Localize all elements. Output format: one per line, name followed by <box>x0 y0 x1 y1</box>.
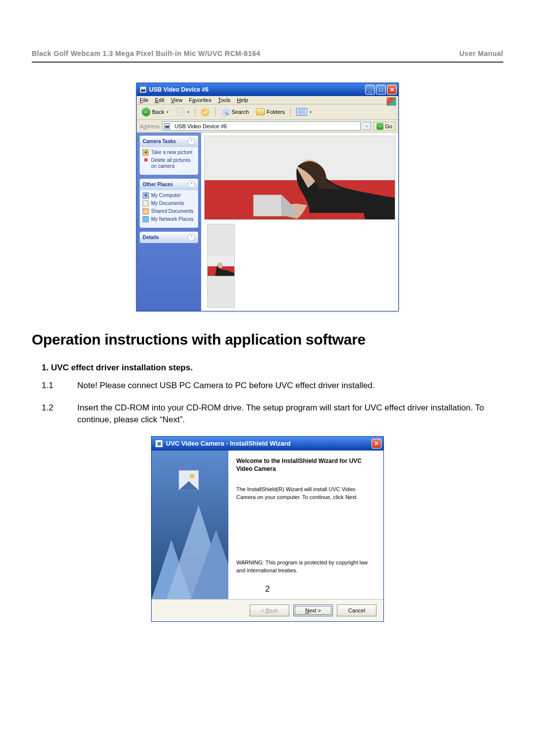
page-number: 2 <box>0 585 535 594</box>
network-places-link[interactable]: 🌐My Network Places <box>143 216 195 222</box>
explorer-screenshot: 📷 USB Video Device #6 _ □ ✕ File Edit Vi… <box>32 83 503 311</box>
menu-edit[interactable]: Edit <box>155 97 164 103</box>
menu-favorites[interactable]: Favorites <box>189 97 211 103</box>
camera-tasks-pane: Camera Tasks˄ ◉Take a new picture ✖Delet… <box>140 136 198 175</box>
close-button[interactable]: ✕ <box>372 439 381 449</box>
camera-icon: 📷 <box>164 123 170 129</box>
menu-help[interactable]: Help <box>237 97 248 103</box>
camera-preview <box>204 136 395 220</box>
wizard-content: Welcome to the InstallShield Wizard for … <box>228 451 383 599</box>
computer-icon: 🖥 <box>143 193 149 199</box>
chevron-down-icon: ▾ <box>187 110 189 114</box>
installshield-wizard: ▣ UVC Video Camera - InstallShield Wizar… <box>151 436 384 622</box>
network-icon: 🌐 <box>143 216 149 222</box>
content-area <box>201 133 398 311</box>
svg-rect-4 <box>253 195 281 216</box>
windows-flag-icon <box>386 97 396 106</box>
wizard-heading: Welcome to the InstallShield Wizard for … <box>236 457 375 473</box>
my-computer-link[interactable]: 🖥My Computer <box>143 193 195 199</box>
chevron-down-icon: ▾ <box>310 110 312 114</box>
wizard-sidebar-image <box>152 451 228 599</box>
back-button: < Back <box>250 605 289 616</box>
cancel-button[interactable]: Cancel <box>337 605 376 616</box>
chevron-down-icon: ▾ <box>166 110 168 114</box>
take-picture-link[interactable]: ◉Take a new picture <box>143 150 195 155</box>
folder-up-icon: 📁 <box>201 107 210 116</box>
menu-file[interactable]: File <box>140 97 149 103</box>
header-right: User Manual <box>459 50 503 57</box>
address-bar: Address 📷 USB Video Device #6 v → Go <box>137 120 398 133</box>
menubar: File Edit View Favorites Tools Help <box>137 96 398 104</box>
expand-icon[interactable]: ˅ <box>188 234 195 241</box>
task-sidebar: Camera Tasks˄ ◉Take a new picture ✖Delet… <box>137 133 201 311</box>
close-button[interactable]: ✕ <box>387 85 397 95</box>
wizard-body-text: The InstallShield(R) Wizard will install… <box>236 486 375 501</box>
step-1-2: 1.2Insert the CD-ROM into your CD-ROM dr… <box>59 402 503 426</box>
svg-point-15 <box>190 474 195 479</box>
camera-icon: 📷 <box>140 86 147 93</box>
thumbnail[interactable] <box>207 224 235 308</box>
shared-documents-link[interactable]: 📁Shared Documents <box>143 208 195 214</box>
forward-icon: → <box>176 107 185 116</box>
collapse-icon[interactable]: ˄ <box>188 181 195 188</box>
back-button[interactable]: ← Back ▾ <box>140 106 170 117</box>
other-places-pane: Other Places˄ 🖥My Computer 📄My Documents… <box>140 179 198 228</box>
shared-folder-icon: 📁 <box>143 208 149 214</box>
documents-icon: 📄 <box>143 201 149 206</box>
wizard-titlebar[interactable]: ▣ UVC Video Camera - InstallShield Wizar… <box>152 437 383 451</box>
toolbar: ← Back ▾ → ▾ 📁 🔍 Search Folders ▾ <box>137 104 398 120</box>
wizard-footer: < Back Next > Cancel <box>152 599 383 621</box>
wizard-warning: WARNING: This program is protected by co… <box>236 559 375 574</box>
search-button[interactable]: 🔍 Search <box>219 106 251 117</box>
minimize-button[interactable]: _ <box>365 85 375 95</box>
folders-button[interactable]: Folders <box>254 107 287 116</box>
section-heading: Operation instructions with application … <box>32 331 503 348</box>
delete-icon: ✖ <box>143 157 149 163</box>
step-1-1: 1.1Note! Please connect USB PC Camera to… <box>59 380 503 392</box>
menu-view[interactable]: View <box>171 97 183 103</box>
back-icon: ← <box>142 107 151 116</box>
collapse-icon[interactable]: ˄ <box>188 138 195 145</box>
next-button[interactable]: Next > <box>293 605 333 616</box>
go-icon: → <box>376 123 383 130</box>
details-pane: Details˅ <box>140 232 198 243</box>
header-rule <box>32 61 503 63</box>
document-header: Black Golf Webcam 1.3 Mega Pixel Built-i… <box>32 50 503 57</box>
address-dropdown[interactable]: v <box>363 122 371 130</box>
xp-titlebar[interactable]: 📷 USB Video Device #6 _ □ ✕ <box>137 83 398 96</box>
wizard-screenshot: ▣ UVC Video Camera - InstallShield Wizar… <box>32 436 503 622</box>
my-documents-link[interactable]: 📄My Documents <box>143 201 195 206</box>
camera-icon: ◉ <box>143 150 149 155</box>
step-1-title: 1. UVC effect driver installation steps. <box>42 363 503 373</box>
views-button[interactable]: ▾ <box>294 107 314 117</box>
forward-button[interactable]: → ▾ <box>174 106 191 117</box>
views-icon <box>296 108 307 116</box>
header-left: Black Golf Webcam 1.3 Mega Pixel Built-i… <box>32 50 261 57</box>
go-button[interactable]: → Go <box>374 122 395 131</box>
xp-window: 📷 USB Video Device #6 _ □ ✕ File Edit Vi… <box>136 83 399 311</box>
window-title: USB Video Device #6 <box>149 86 365 93</box>
address-label: Address <box>140 123 160 129</box>
installer-icon: ▣ <box>155 440 163 448</box>
up-button[interactable]: 📁 <box>199 106 212 117</box>
menu-tools[interactable]: Tools <box>218 97 231 103</box>
folders-icon <box>256 108 265 115</box>
search-icon: 🔍 <box>221 107 230 116</box>
address-field[interactable]: 📷 USB Video Device #6 <box>162 121 361 131</box>
maximize-button[interactable]: □ <box>376 85 386 95</box>
delete-all-link[interactable]: ✖Delete all pictures on camera <box>143 157 195 169</box>
